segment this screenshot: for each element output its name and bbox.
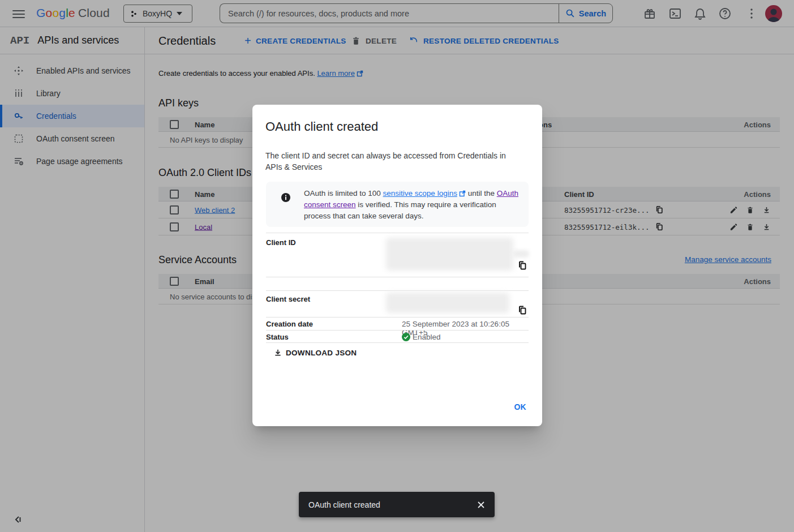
redacted-client-id-tail [513, 250, 529, 258]
client-id-label: Client ID [266, 238, 296, 247]
notice-fragment: OAuth is limited to 100 [304, 189, 383, 198]
notice-fragment: until the [466, 189, 497, 198]
redacted-client-id [386, 238, 513, 271]
creation-date-row: Creation date 25 September 2023 at 10:26… [266, 317, 529, 330]
copy-client-secret-icon[interactable] [518, 306, 527, 315]
sensitive-scope-logins-link[interactable]: sensitive scope logins [383, 189, 457, 198]
status-enabled-check-icon [402, 333, 410, 341]
oauth-client-created-dialog: OAuth client created The client ID and s… [252, 105, 542, 426]
close-icon[interactable] [475, 499, 487, 510]
status-label: Status [266, 333, 289, 341]
status-value: Enabled [413, 333, 441, 341]
ok-button[interactable]: OK [514, 402, 526, 411]
download-icon [273, 348, 282, 357]
creation-date-label: Creation date [266, 320, 313, 328]
redacted-client-secret [386, 293, 509, 313]
notice-text: OAuth is limited to 100 sensitive scope … [304, 188, 520, 222]
info-icon [281, 193, 290, 202]
status-row: Status Enabled [266, 330, 529, 343]
download-json-button[interactable]: DOWNLOAD JSON [273, 348, 357, 357]
client-secret-label: Client secret [266, 295, 310, 303]
dialog-title: OAuth client created [265, 119, 378, 134]
spacer-row [266, 277, 529, 290]
dialog-subtitle: The client ID and secret can always be a… [265, 150, 517, 173]
toast-notification: OAuth client created [299, 492, 495, 517]
external-link-icon [459, 190, 466, 197]
toast-message: OAuth client created [308, 500, 475, 509]
copy-client-id-icon[interactable] [518, 261, 527, 270]
oauth-limit-notice: OAuth is limited to 100 sensitive scope … [266, 182, 529, 227]
download-json-label: DOWNLOAD JSON [286, 349, 357, 357]
